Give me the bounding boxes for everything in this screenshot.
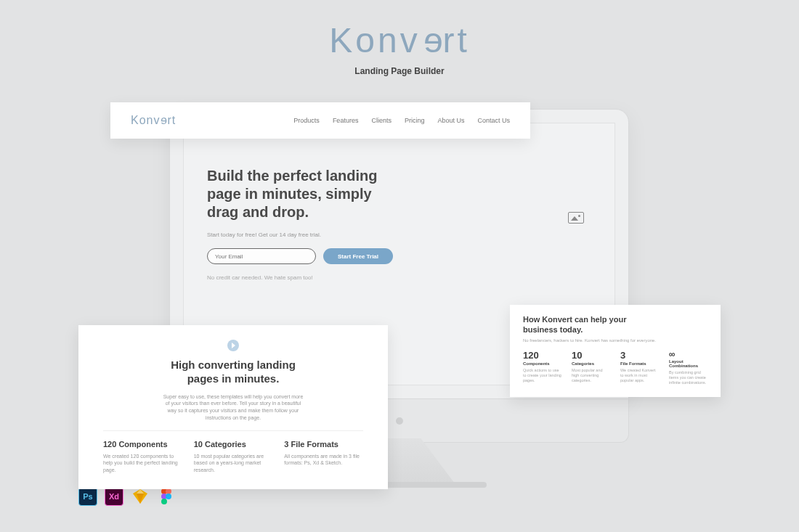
hero-content: Build the perfect landing page in minute… bbox=[207, 167, 591, 281]
hero-form: Start Free Trial bbox=[207, 248, 591, 264]
stats-label: Categories bbox=[572, 361, 610, 366]
stats-col-layouts: ∞ Layout Combinations By combining grid … bbox=[669, 350, 707, 385]
feature-col-categories: 10 Categories 10 most popular categories… bbox=[194, 440, 273, 473]
feature-columns: 120 Components We created 120 components… bbox=[103, 440, 363, 473]
stats-number: 120 bbox=[523, 350, 561, 361]
feature-col-title: 120 Components bbox=[103, 440, 182, 449]
hero-headline: Build the perfect landing page in minute… bbox=[207, 167, 396, 221]
nav-links: Products Features Clients Pricing About … bbox=[293, 117, 510, 124]
feature-divider bbox=[103, 430, 363, 431]
nav-link-clients[interactable]: Clients bbox=[371, 117, 392, 124]
app-icons-row: Ps Xd bbox=[78, 487, 176, 506]
stats-label: Components bbox=[523, 361, 561, 366]
stats-number: 3 bbox=[620, 350, 659, 361]
svg-point-7 bbox=[161, 499, 167, 504]
nav-link-products[interactable]: Products bbox=[293, 117, 320, 124]
play-icon[interactable] bbox=[227, 340, 239, 351]
brand-subtitle: Landing Page Builder bbox=[0, 66, 799, 76]
feature-col-formats: 3 File Formats All components are made i… bbox=[284, 440, 363, 473]
nav-link-pricing[interactable]: Pricing bbox=[405, 117, 425, 124]
image-placeholder-icon bbox=[568, 212, 584, 224]
sketch-icon bbox=[131, 487, 150, 506]
stats-label: Layout Combinations bbox=[669, 359, 707, 368]
nav-link-contact[interactable]: Contact Us bbox=[477, 117, 510, 124]
brand-logo-large: Konvert bbox=[0, 20, 799, 60]
feature-col-title: 3 File Formats bbox=[284, 440, 363, 449]
nav-link-features[interactable]: Features bbox=[333, 117, 359, 124]
stats-col-categories: 10 Categories Most popular and high conv… bbox=[572, 350, 610, 385]
stats-columns: 120 Components Quick actions to use to c… bbox=[523, 350, 707, 385]
figma-icon bbox=[157, 487, 176, 506]
stats-desc: Quick actions to use to create your land… bbox=[523, 368, 561, 383]
feature-col-components: 120 Components We created 120 components… bbox=[103, 440, 182, 473]
stats-col-components: 120 Components Quick actions to use to c… bbox=[523, 350, 561, 385]
hero-subtext: Start today for free! Get our 14 day fre… bbox=[207, 232, 591, 238]
svg-point-6 bbox=[166, 494, 171, 499]
stats-title: How Konvert can help your business today… bbox=[523, 315, 632, 335]
stats-number: 10 bbox=[572, 350, 610, 361]
svg-point-4 bbox=[166, 488, 171, 494]
feature-card: High converting landing pages in minutes… bbox=[78, 325, 388, 489]
email-input[interactable] bbox=[207, 248, 316, 264]
stats-subtext: No freelancers, hackers to hire. Konvert… bbox=[523, 338, 707, 343]
stats-desc: Most popular and high converting categor… bbox=[572, 368, 610, 383]
feature-col-desc: All components are made in 3 file format… bbox=[284, 453, 363, 467]
feature-col-title: 10 Categories bbox=[194, 440, 273, 449]
adobexd-icon: Xd bbox=[105, 487, 123, 506]
photoshop-icon: Ps bbox=[78, 487, 97, 506]
stats-label: File Formats bbox=[620, 361, 659, 366]
feature-col-desc: 10 most popular categories are based on … bbox=[194, 453, 273, 473]
nav-logo: Konvert bbox=[131, 114, 176, 127]
hero-note: No credit car needed. We hate spam too! bbox=[207, 274, 591, 281]
feature-col-desc: We created 120 components to help you bu… bbox=[103, 453, 182, 473]
feature-title: High converting landing pages in minutes… bbox=[161, 359, 306, 386]
nav-link-about[interactable]: About Us bbox=[437, 117, 464, 124]
feature-description: Super easy to use, these templates will … bbox=[161, 393, 306, 422]
stats-desc: By combining grid items you can create i… bbox=[669, 370, 707, 385]
infinity-icon: ∞ bbox=[669, 350, 707, 359]
stats-card: How Konvert can help your business today… bbox=[510, 305, 721, 397]
start-trial-button[interactable]: Start Free Trial bbox=[323, 248, 393, 264]
stats-desc: We created Konvert to work in most popul… bbox=[620, 368, 659, 383]
stats-col-formats: 3 File Formats We created Konvert to wor… bbox=[620, 350, 659, 385]
hero-nav: Konvert Products Features Clients Pricin… bbox=[110, 102, 530, 139]
hero-nav-card: Konvert Products Features Clients Pricin… bbox=[110, 102, 530, 139]
brand-header: Konvert Landing Page Builder bbox=[0, 0, 799, 76]
